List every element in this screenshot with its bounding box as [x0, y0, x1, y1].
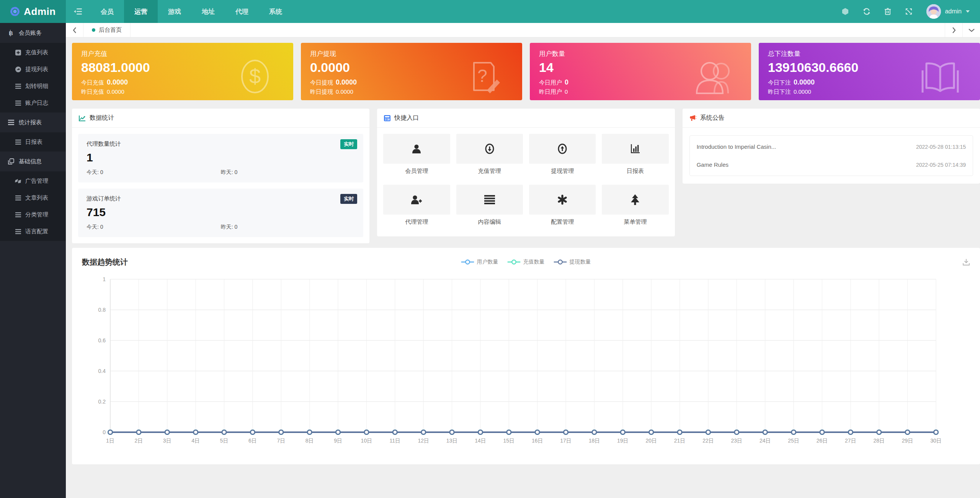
- sidebar-item-withdraw-list[interactable]: 提现列表: [0, 61, 66, 78]
- stat-cards-row: 用户充值 88081.0000 今日充值0.0000 昨日充值0.0000 $ …: [72, 43, 980, 100]
- quick-item-withdraw-management[interactable]: 提现管理: [529, 134, 596, 179]
- trend-chart-card: 数据趋势统计 用户数量 充值数量: [72, 248, 980, 464]
- quick-item-content-edit[interactable]: 内容编辑: [456, 185, 523, 230]
- list-icon: [15, 229, 21, 234]
- sidebar-item-daily-report[interactable]: 日报表: [0, 133, 66, 150]
- nav-item-game[interactable]: 游戏: [158, 0, 191, 23]
- announcement-text: Introduction to Imperial Casin...: [697, 143, 776, 150]
- sidebar-item-transfer-detail[interactable]: 划转明细: [0, 78, 66, 94]
- svg-text:21日: 21日: [674, 438, 686, 444]
- quick-item-config-management[interactable]: 配置管理: [529, 185, 596, 230]
- book-icon: [920, 61, 960, 95]
- legend-item-users[interactable]: 用户数量: [461, 259, 498, 265]
- nav-item-agent[interactable]: 代理: [225, 0, 259, 23]
- panel-title: 快捷入口: [394, 114, 419, 122]
- quick-item-agent-management[interactable]: 代理管理: [383, 185, 450, 230]
- stat-yesterday-label: 昨日提现: [310, 88, 333, 95]
- sidebar-group-items: 日报表: [0, 132, 66, 151]
- tab-dashboard[interactable]: 后台首页: [83, 23, 131, 37]
- tabs-scroll-left-icon[interactable]: [66, 23, 83, 37]
- svg-text:13日: 13日: [446, 438, 458, 444]
- quick-item-recharge-management[interactable]: 充值管理: [456, 134, 523, 179]
- download-icon[interactable]: [962, 258, 970, 266]
- sidebar: B 会员账务 充值列表 提现列表: [0, 23, 66, 498]
- stat-yesterday-value: 0.0000: [107, 88, 124, 95]
- sidebar-item-ad-management[interactable]: 广告管理: [0, 173, 66, 189]
- top-navbar: Admin 会员 运营 游戏 地址 代理 系统: [0, 0, 980, 23]
- svg-text:18日: 18日: [589, 438, 600, 444]
- sidebar-group-label: 统计报表: [19, 119, 42, 126]
- nav-item-operation[interactable]: 运营: [124, 0, 158, 23]
- list-icon: [8, 120, 15, 125]
- app-logo[interactable]: Admin: [0, 0, 66, 23]
- tabs-scroll-right-icon[interactable]: [945, 23, 962, 37]
- legend-label: 充值数量: [523, 259, 545, 265]
- legend-item-withdraw[interactable]: 提现数量: [554, 259, 591, 265]
- fullscreen-icon[interactable]: [905, 8, 913, 15]
- sidebar-item-label: 提现列表: [25, 66, 48, 73]
- quick-item-member-management[interactable]: 会员管理: [383, 134, 450, 179]
- quick-item-menu-management[interactable]: 菜单管理: [602, 185, 668, 230]
- user-menu[interactable]: admin: [926, 4, 970, 19]
- stat-yesterday-value: 0.0000: [794, 88, 811, 95]
- sidebar-item-label: 日报表: [25, 138, 42, 146]
- sidebar-item-label: 分类管理: [25, 211, 48, 218]
- svg-text:6日: 6日: [248, 438, 257, 444]
- main-area: 后台首页 用户充值 88081.0000 今日充值0.0000 昨日充值0.00…: [66, 0, 980, 464]
- hexagon-icon[interactable]: [841, 8, 849, 15]
- quick-item-label: 提现管理: [529, 168, 596, 175]
- refresh-icon[interactable]: [863, 8, 871, 15]
- sidebar-group-statistics[interactable]: 统计报表: [0, 112, 66, 132]
- sidebar-item-language-config[interactable]: 语言配置: [0, 223, 66, 240]
- svg-text:10日: 10日: [361, 438, 372, 444]
- stat-today-label: 今日用户: [539, 79, 562, 86]
- stat-title: 用户充值: [81, 49, 284, 58]
- dollar-circle-icon: $: [237, 58, 273, 95]
- stat-card-bets[interactable]: 总下注数量 13910630.6660 今日下注0.0000 昨日下注0.000…: [759, 43, 980, 100]
- tabs-menu-icon[interactable]: [962, 23, 980, 37]
- svg-text:19日: 19日: [617, 438, 629, 444]
- list-icon: [15, 101, 21, 106]
- sidebar-item-label: 广告管理: [25, 177, 48, 185]
- sidebar-item-article-list[interactable]: 文章列表: [0, 189, 66, 206]
- svg-text:8日: 8日: [305, 438, 314, 444]
- sidebar-item-recharge-list[interactable]: 充值列表: [0, 44, 66, 61]
- brand-title: Admin: [24, 6, 56, 18]
- legend-item-recharge[interactable]: 充值数量: [508, 259, 545, 265]
- svg-text:16日: 16日: [532, 438, 543, 444]
- stat-today-label: 今日充值: [81, 79, 104, 86]
- nav-item-system[interactable]: 系统: [259, 0, 292, 23]
- svg-text:0.2: 0.2: [98, 399, 106, 405]
- announcements-header: 系统公告: [683, 109, 980, 128]
- svg-text:0.6: 0.6: [98, 337, 106, 343]
- trend-chart-svg[interactable]: 00.20.40.60.811日2日3日4日5日6日7日8日9日10日11日12…: [72, 269, 980, 460]
- stat-card-recharge[interactable]: 用户充值 88081.0000 今日充值0.0000 昨日充值0.0000 $: [72, 43, 293, 100]
- sidebar-group-basic-info[interactable]: 基础信息: [0, 151, 66, 171]
- sidebar-item-label: 账户日志: [25, 99, 48, 107]
- legend-marker-icon: [508, 259, 521, 265]
- circle-up-icon: [557, 143, 568, 154]
- quick-item-label: 日报表: [602, 168, 668, 175]
- trash-icon[interactable]: [884, 8, 891, 15]
- nav-item-member[interactable]: 会员: [90, 0, 124, 23]
- sidebar-group-member-account[interactable]: B 会员账务: [0, 23, 66, 43]
- announcement-item[interactable]: Game Rules 2022-05-25 07:14:39: [690, 156, 973, 174]
- sidebar-group-items: 充值列表 提现列表 划转明细: [0, 43, 66, 112]
- quick-entry-header: 快捷入口: [377, 109, 675, 128]
- sidebar-item-account-log[interactable]: 账户日志: [0, 94, 66, 111]
- sidebar-group-items: 广告管理 文章列表 分类管理 语言配置: [0, 171, 66, 241]
- megaphone-icon: [689, 115, 696, 121]
- stat-today-label: 今日下注: [768, 79, 791, 86]
- list-icon: [15, 84, 21, 89]
- quick-item-daily-report[interactable]: 日报表: [602, 134, 668, 179]
- announcement-item[interactable]: Introduction to Imperial Casin... 2022-0…: [690, 138, 973, 156]
- sidebar-collapse-icon[interactable]: [66, 0, 90, 23]
- mini-card-value: 715: [87, 206, 355, 219]
- sidebar-group-label: 基础信息: [19, 158, 42, 165]
- announcement-time: 2022-05-28 01:13:15: [916, 144, 966, 150]
- stat-card-users[interactable]: 用户数量 14 今日用户0 昨日用户0: [530, 43, 751, 100]
- calculator-icon: [384, 115, 390, 121]
- nav-item-address[interactable]: 地址: [191, 0, 225, 23]
- stat-card-withdraw[interactable]: 用户提现 0.0000 今日提现0.0000 昨日提现0.0000 ?: [301, 43, 522, 100]
- sidebar-item-category-management[interactable]: 分类管理: [0, 206, 66, 223]
